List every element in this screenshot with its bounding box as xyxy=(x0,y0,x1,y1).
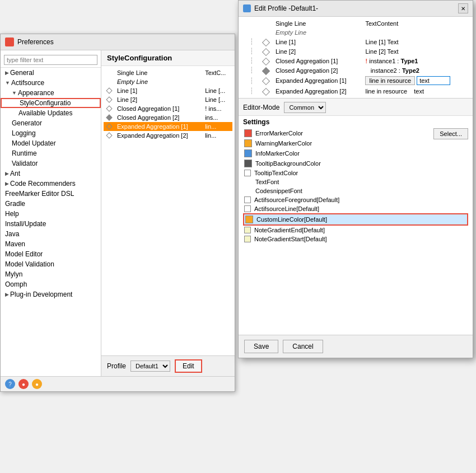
diamond-expanded-agg1 xyxy=(262,77,270,85)
checkbox-actifsource-line xyxy=(244,205,251,212)
edit-button[interactable]: Edit xyxy=(175,359,202,373)
sidebar-label-generator: Generator xyxy=(12,119,42,127)
dialog-title-left: Edit Profile -Default1- xyxy=(243,4,318,12)
diagram-label-empty-line: Empty Line xyxy=(272,28,362,37)
stop-icon[interactable]: ● xyxy=(18,379,29,389)
settings-label-error-marker-color: ErrorMarkerColor xyxy=(255,130,303,137)
profile-select[interactable]: Default1 xyxy=(130,360,170,372)
tree-arrow-plug-in-development: ▶ xyxy=(5,292,9,297)
diagram-value-closed-agg2: instance2 : Type2 xyxy=(362,65,468,75)
preferences-icon xyxy=(5,38,14,46)
sidebar-item-freemarker-editor-dsl[interactable]: FreeMarker Editor DSL xyxy=(1,189,101,199)
diagram-value-line1: Line [1] Text xyxy=(362,37,468,46)
settings-items-container: Select... ErrorMarkerColorWarningMarkerC… xyxy=(243,128,468,243)
sidebar-item-generator[interactable]: Generator xyxy=(1,118,101,128)
dialog-icon xyxy=(243,4,251,12)
sc-value-7: lin... xyxy=(203,131,232,140)
settings-panel: Settings Select... ErrorMarkerColorWarni… xyxy=(239,116,473,335)
settings-item-warning-marker-color[interactable]: WarningMarkerColor xyxy=(243,138,468,148)
sidebar-item-model-validation[interactable]: Model Validation xyxy=(1,259,101,269)
tree-arrow-actifsource: ▼ xyxy=(5,80,10,86)
settings-item-info-marker-color[interactable]: InfoMarkerColor xyxy=(243,148,468,158)
sidebar-label-install-update: Install/Update xyxy=(5,220,46,228)
sidebar-label-code-recommenders: Code Recommenders xyxy=(10,180,76,188)
sc-value-4: ! ins... xyxy=(203,104,232,113)
sidebar-label-maven: Maven xyxy=(5,240,25,248)
sc-value-0: TextC... xyxy=(203,68,232,77)
settings-item-note-gradient-end[interactable]: NoteGradientEnd[Default] xyxy=(243,226,468,235)
preferences-footer: Profile Default1 Edit xyxy=(101,355,235,376)
diamond-line1 xyxy=(262,38,270,46)
sidebar-label-available-updates: Available Updates xyxy=(18,109,73,117)
sidebar-item-model-editor[interactable]: Model Editor xyxy=(1,249,101,259)
settings-item-note-gradient-start[interactable]: NoteGradientStart[Default] xyxy=(243,235,468,243)
sidebar-item-styleconfiguration[interactable]: StyleConfiguratio xyxy=(1,98,101,108)
sidebar-item-mylyn[interactable]: Mylyn xyxy=(1,269,101,279)
sidebar-item-help[interactable]: Help xyxy=(1,209,101,219)
select-button[interactable]: Select... xyxy=(433,128,468,139)
sidebar-item-oomph[interactable]: Oomph xyxy=(1,279,101,289)
search-container xyxy=(1,53,101,68)
settings-item-tooltip-bg-color[interactable]: TooltipBackgroundColor xyxy=(243,158,468,168)
line-in-resource-btn[interactable]: line in resource xyxy=(365,76,415,85)
settings-item-text-font[interactable]: TextFont xyxy=(243,177,468,186)
sidebar-label-gradle: Gradle xyxy=(5,200,25,208)
settings-label-info-marker-color: InfoMarkerColor xyxy=(255,150,300,157)
editor-mode-select[interactable]: Common Expert xyxy=(284,102,326,113)
sidebar-item-maven[interactable]: Maven xyxy=(1,239,101,249)
sc-row-3[interactable]: Line [2]Line [... xyxy=(104,95,232,104)
preferences-sidebar: ▶ General▼ Actifsource▼ AppearanceStyleC… xyxy=(1,50,101,376)
close-button[interactable]: ✕ xyxy=(458,3,468,13)
settings-item-actifsource-fg[interactable]: ActifsourceForeground[Default] xyxy=(243,195,468,204)
tree-arrow-code-recommenders: ▶ xyxy=(5,181,9,186)
sidebar-item-runtime[interactable]: Runtime xyxy=(1,148,101,158)
checkbox-note-gradient-end xyxy=(244,227,251,233)
save-button[interactable]: Save xyxy=(244,340,278,353)
sidebar-item-java[interactable]: Java xyxy=(1,229,101,239)
diagram-value-closed-agg1: ! instance1 : Type1 xyxy=(362,56,468,65)
diagram-value-expanded-agg2: line in resource text xyxy=(362,86,468,96)
help-icon[interactable]: ? xyxy=(5,379,15,389)
checkbox-note-gradient-start xyxy=(244,236,251,242)
settings-item-tooltip-text-color[interactable]: TooltipTextColor xyxy=(243,168,468,177)
sidebar-label-freemarker-editor-dsl: FreeMarker Editor DSL xyxy=(5,190,74,198)
dialog-title: Edit Profile -Default1- xyxy=(254,4,318,12)
sc-row-5[interactable]: Closed Aggregation [2]ins... xyxy=(104,113,232,122)
sidebar-item-model-updater[interactable]: Model Updater xyxy=(1,138,101,148)
preferences-title: Preferences xyxy=(17,38,54,46)
sidebar-item-validator[interactable]: Validator xyxy=(1,158,101,168)
sc-row-0[interactable]: Single LineTextC... xyxy=(104,68,232,77)
sidebar-item-actifsource[interactable]: ▼ Actifsource xyxy=(1,78,101,88)
sc-label-2: Line [1] xyxy=(115,86,203,95)
sc-row-7[interactable]: Expanded Aggregation [2]lin... xyxy=(104,131,232,140)
sidebar-item-appearance[interactable]: ▼ Appearance xyxy=(1,88,101,98)
sidebar-item-plug-in-development[interactable]: ▶ Plug-in Development xyxy=(1,289,101,299)
dialog-top-panel: Single Line TextContent Empty Line ┆ Lin… xyxy=(239,17,473,99)
sc-row-4[interactable]: Closed Aggregation [1]! ins... xyxy=(104,104,232,113)
sidebar-item-available-updates[interactable]: Available Updates xyxy=(1,108,101,118)
cancel-button[interactable]: Cancel xyxy=(283,340,323,353)
diagram-row-empty-line: Empty Line xyxy=(243,28,468,37)
sidebar-label-plug-in-development: Plug-in Development xyxy=(10,291,72,298)
sc-row-6[interactable]: Expanded Aggregation [1]lin... xyxy=(104,122,232,131)
sidebar-label-general: General xyxy=(10,69,34,77)
preferences-body: ▶ General▼ Actifsource▼ AppearanceStyleC… xyxy=(1,50,235,376)
sidebar-item-general[interactable]: ▶ General xyxy=(1,68,101,78)
diamond-shape-6 xyxy=(106,123,112,129)
sidebar-item-install-update[interactable]: Install/Update xyxy=(1,219,101,229)
settings-item-actifsource-line[interactable]: ActifsourceLine[Default] xyxy=(243,204,468,213)
sidebar-item-ant[interactable]: ▶ Ant xyxy=(1,168,101,179)
sc-row-1[interactable]: Empty Line xyxy=(104,77,232,86)
sc-diamond-2 xyxy=(104,86,115,95)
warn-icon[interactable]: ● xyxy=(32,379,42,389)
search-input[interactable] xyxy=(4,55,97,65)
settings-item-codesnippet-font[interactable]: CodesnippetFont xyxy=(243,186,468,195)
settings-label-note-gradient-start: NoteGradientStart[Default] xyxy=(254,236,327,242)
sidebar-item-logging[interactable]: Logging xyxy=(1,128,101,138)
settings-item-custom-line-color[interactable]: CustomLineColor[Default] xyxy=(243,213,468,226)
sc-row-2[interactable]: Line [1]Line [... xyxy=(104,86,232,95)
text-input-field[interactable]: text xyxy=(417,76,450,85)
checkbox-tooltip-text-color xyxy=(244,170,251,176)
sidebar-item-gradle[interactable]: Gradle xyxy=(1,199,101,209)
sidebar-item-code-recommenders[interactable]: ▶ Code Recommenders xyxy=(1,179,101,189)
